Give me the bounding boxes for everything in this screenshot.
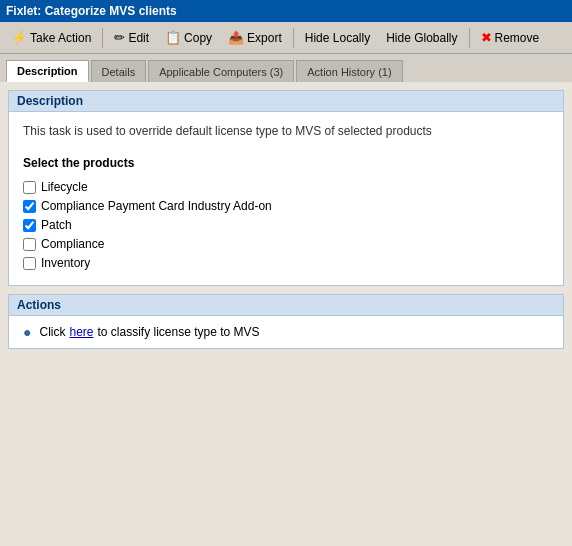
actions-header-text: Actions [17, 298, 61, 312]
checkbox-compliance-label: Compliance [41, 237, 104, 251]
checkbox-inventory: Inventory [23, 256, 549, 270]
tab-description-label: Description [17, 65, 78, 77]
tab-applicable-computers[interactable]: Applicable Computers (3) [148, 60, 294, 82]
checkbox-patch-input[interactable] [23, 219, 36, 232]
remove-button[interactable]: ✖ Remove [474, 26, 547, 50]
copy-icon: 📋 [165, 30, 181, 45]
separator-1 [102, 28, 103, 48]
checkbox-inventory-input[interactable] [23, 257, 36, 270]
description-body: This task is used to override default li… [9, 112, 563, 285]
checkbox-compliance: Compliance [23, 237, 549, 251]
actions-section: Actions ● Click here to classify license… [8, 294, 564, 349]
checkbox-inventory-label: Inventory [41, 256, 90, 270]
description-header-text: Description [17, 94, 83, 108]
export-button[interactable]: 📤 Export [221, 26, 289, 50]
toolbar: ⚡ Take Action ✏ Edit 📋 Copy 📤 Export Hid… [0, 22, 572, 54]
title-text: Fixlet: Categorize MVS clients [6, 4, 177, 18]
checkbox-compliance-pci-label: Compliance Payment Card Industry Add-on [41, 199, 272, 213]
checkbox-lifecycle-input[interactable] [23, 181, 36, 194]
copy-button[interactable]: 📋 Copy [158, 26, 219, 50]
separator-3 [469, 28, 470, 48]
tab-description[interactable]: Description [6, 60, 89, 82]
tab-details[interactable]: Details [91, 60, 147, 82]
edit-button[interactable]: ✏ Edit [107, 26, 156, 50]
checkbox-lifecycle-label: Lifecycle [41, 180, 88, 194]
description-text: This task is used to override default li… [23, 122, 549, 140]
take-action-label: Take Action [30, 31, 91, 45]
hide-locally-button[interactable]: Hide Locally [298, 26, 377, 50]
hide-globally-label: Hide Globally [386, 31, 457, 45]
description-section: Description This task is used to overrid… [8, 90, 564, 286]
actions-body: ● Click here to classify license type to… [9, 316, 563, 348]
export-label: Export [247, 31, 282, 45]
export-icon: 📤 [228, 30, 244, 45]
hide-locally-label: Hide Locally [305, 31, 370, 45]
remove-icon: ✖ [481, 30, 492, 45]
action-text-suffix: to classify license type to MVS [98, 325, 260, 339]
title-bar: Fixlet: Categorize MVS clients [0, 0, 572, 22]
tab-bar: Description Details Applicable Computers… [0, 54, 572, 82]
actions-header: Actions [9, 295, 563, 316]
tab-applicable-label: Applicable Computers (3) [159, 66, 283, 78]
take-action-button[interactable]: ⚡ Take Action [4, 26, 98, 50]
take-action-icon: ⚡ [11, 30, 27, 45]
action-here-link[interactable]: here [69, 325, 93, 339]
tab-action-history-label: Action History (1) [307, 66, 391, 78]
checkbox-compliance-input[interactable] [23, 238, 36, 251]
tab-details-label: Details [102, 66, 136, 78]
description-header: Description [9, 91, 563, 112]
tab-action-history[interactable]: Action History (1) [296, 60, 402, 82]
checkbox-patch: Patch [23, 218, 549, 232]
action-text-prefix: Click [39, 325, 65, 339]
edit-label: Edit [128, 31, 149, 45]
products-heading: Select the products [23, 156, 549, 170]
bullet-icon: ● [23, 324, 31, 340]
hide-globally-button[interactable]: Hide Globally [379, 26, 464, 50]
content-area: Description This task is used to overrid… [0, 82, 572, 546]
remove-label: Remove [495, 31, 540, 45]
checkbox-patch-label: Patch [41, 218, 72, 232]
separator-2 [293, 28, 294, 48]
checkbox-lifecycle: Lifecycle [23, 180, 549, 194]
checkbox-compliance-pci-input[interactable] [23, 200, 36, 213]
copy-label: Copy [184, 31, 212, 45]
checkbox-compliance-pci: Compliance Payment Card Industry Add-on [23, 199, 549, 213]
edit-icon: ✏ [114, 30, 125, 45]
